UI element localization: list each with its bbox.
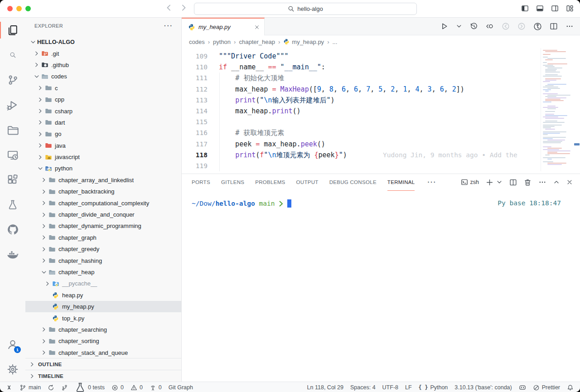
activity-item-explorer[interactable] bbox=[0, 18, 25, 43]
zoom-window-button[interactable] bbox=[25, 6, 31, 11]
tree-item-my-heap-py[interactable]: my_heap.py bbox=[25, 301, 181, 312]
prev-change-icon[interactable] bbox=[502, 22, 510, 30]
code-editor[interactable]: 109"""Driver Code"""110if __name__ == "_… bbox=[182, 48, 580, 174]
close-icon[interactable] bbox=[566, 179, 573, 185]
tree-item-chapter-searching[interactable]: chapter_searching bbox=[25, 324, 181, 335]
tree-item-heap-py[interactable]: heap.py bbox=[25, 290, 181, 301]
section-timeline[interactable]: TIMELINE bbox=[25, 370, 181, 382]
chevron-up-icon[interactable] bbox=[553, 179, 560, 185]
status-tests[interactable]: 0 tests bbox=[75, 382, 105, 392]
breadcrumb-item[interactable]: codes bbox=[189, 39, 205, 45]
run-icon[interactable] bbox=[440, 22, 448, 30]
tree-item-chapter-array-and-linkedlist[interactable]: chapter_array_and_linkedlist bbox=[25, 174, 181, 186]
tree-item-csharp[interactable]: csharp bbox=[25, 105, 181, 116]
close-window-button[interactable] bbox=[7, 6, 13, 11]
activity-item-testing[interactable] bbox=[0, 192, 25, 217]
tree-item-chapter-stack-and-queue[interactable]: chapter_stack_and_queue bbox=[25, 347, 181, 358]
activity-item-folders[interactable] bbox=[0, 117, 25, 142]
panel-tab-ports[interactable]: PORTS bbox=[192, 174, 210, 191]
next-change-icon[interactable] bbox=[517, 22, 526, 30]
plus-icon[interactable] bbox=[486, 179, 493, 186]
status-notifications[interactable] bbox=[567, 384, 574, 391]
activity-item-remote-explorer[interactable] bbox=[0, 142, 25, 167]
status-branch[interactable]: main bbox=[19, 384, 41, 391]
status-feedback[interactable]: 0 bbox=[150, 384, 162, 391]
gitlens-graph-icon[interactable] bbox=[533, 22, 542, 31]
tree-item-top-k-py[interactable]: top_k.py bbox=[25, 312, 181, 324]
tree-item--git[interactable]: .git bbox=[25, 48, 181, 59]
command-center-search[interactable]: hello-algo bbox=[194, 3, 417, 15]
tree-item-codes[interactable]: codes bbox=[25, 71, 181, 82]
back-arrow-icon[interactable] bbox=[164, 3, 173, 12]
minimap[interactable] bbox=[541, 48, 574, 171]
breadcrumb-item[interactable]: ... bbox=[332, 39, 337, 45]
layout-sidebar-right-icon[interactable] bbox=[551, 5, 559, 12]
tree-item-chapter-greedy[interactable]: chapter_greedy bbox=[25, 243, 181, 255]
breadcrumb-item[interactable]: python bbox=[213, 39, 231, 45]
activity-item-source-control[interactable] bbox=[0, 68, 25, 92]
terminal[interactable]: ~/Dow/hello-algo main Py base 18:18:47 bbox=[182, 190, 580, 382]
status-remote-indicator[interactable] bbox=[5, 384, 13, 391]
tree-item-dart[interactable]: dart bbox=[25, 117, 181, 128]
status-language-mode[interactable]: { }Python bbox=[419, 384, 448, 391]
activity-item-docker[interactable] bbox=[0, 242, 25, 267]
activity-item-settings[interactable] bbox=[0, 357, 25, 382]
layout-sidebar-left-icon[interactable] bbox=[521, 5, 529, 12]
layout-panel-icon[interactable] bbox=[536, 5, 544, 12]
status-git-graph[interactable]: Git Graph bbox=[169, 384, 193, 391]
more-icon[interactable] bbox=[538, 178, 546, 186]
section-outline[interactable]: OUTLINE bbox=[25, 358, 181, 370]
history-icon[interactable] bbox=[470, 22, 478, 30]
status-encoding[interactable]: UTF-8 bbox=[382, 384, 398, 391]
breadcrumb-item[interactable]: chapter_heap bbox=[239, 39, 275, 45]
tree-item-chapter-hashing[interactable]: chapter_hashing bbox=[25, 255, 181, 266]
tree-item-chapter-sorting[interactable]: chapter_sorting bbox=[25, 335, 181, 347]
status-indentation[interactable]: Spaces: 4 bbox=[350, 384, 376, 391]
chevron-down-icon[interactable] bbox=[456, 23, 462, 29]
panel-tab-terminal[interactable]: TERMINAL bbox=[387, 174, 415, 191]
tree-item--pycache-[interactable]: __pycache__ bbox=[25, 278, 181, 289]
tree-item-cpp[interactable]: cpp bbox=[25, 94, 181, 105]
open-changes-icon[interactable] bbox=[486, 22, 494, 30]
tab-my-heap[interactable]: my_heap.py bbox=[182, 18, 265, 35]
tree-item-chapter-graph[interactable]: chapter_graph bbox=[25, 232, 181, 243]
tree-item-chapter-divide-and-conquer[interactable]: chapter_divide_and_conquer bbox=[25, 209, 181, 220]
breadcrumb-item[interactable]: my_heap.py bbox=[283, 39, 324, 45]
trash-icon[interactable] bbox=[524, 179, 532, 186]
split-icon[interactable] bbox=[509, 179, 517, 186]
panel-tab-debug-console[interactable]: DEBUG CONSOLE bbox=[329, 174, 377, 191]
activity-item-extensions[interactable] bbox=[0, 167, 25, 192]
activity-item-accounts[interactable]: 1 bbox=[0, 332, 25, 357]
panel-tab-gitlens[interactable]: GITLENS bbox=[221, 174, 244, 191]
terminal-instance-zsh[interactable]: zsh bbox=[461, 179, 479, 186]
chevron-down-icon[interactable] bbox=[496, 179, 503, 185]
tree-item-hello-algo[interactable]: HELLO-ALGO bbox=[25, 36, 181, 48]
status-eol[interactable]: LF bbox=[405, 384, 412, 391]
status-python-interpreter[interactable]: 3.10.13 ('base': conda) bbox=[454, 384, 512, 391]
split-editor-icon[interactable] bbox=[550, 22, 558, 30]
tree-item-go[interactable]: go bbox=[25, 128, 181, 140]
minimize-window-button[interactable] bbox=[16, 6, 22, 11]
more-icon[interactable] bbox=[566, 22, 574, 30]
status-checkout-branch[interactable] bbox=[61, 384, 68, 391]
status-errors[interactable]: 0 bbox=[111, 384, 124, 391]
tree-item-chapter-heap[interactable]: chapter_heap bbox=[25, 266, 181, 278]
tree-item-chapter-computational-complexity[interactable]: chapter_computational_complexity bbox=[25, 197, 181, 208]
tree-item-javascript[interactable]: JSjavascript bbox=[25, 151, 181, 163]
tree-item-java[interactable]: java bbox=[25, 140, 181, 151]
forward-arrow-icon[interactable] bbox=[179, 3, 188, 12]
layout-customize-icon[interactable] bbox=[566, 5, 574, 12]
tree-item-python[interactable]: python bbox=[25, 163, 181, 174]
panel-tab-output[interactable]: OUTPUT bbox=[296, 174, 319, 191]
tree-item-chapter-dynamic-programming[interactable]: chapter_dynamic_programming bbox=[25, 220, 181, 232]
tree-item--github[interactable]: .github bbox=[25, 59, 181, 71]
tree-item-chapter-backtracking[interactable]: chapter_backtracking bbox=[25, 186, 181, 197]
status-cursor-position[interactable]: Ln 118, Col 29 bbox=[307, 384, 343, 391]
status-copilot[interactable] bbox=[519, 384, 526, 391]
tree-item-c[interactable]: c bbox=[25, 82, 181, 94]
status-prettier[interactable]: Prettier bbox=[533, 384, 560, 391]
close-tab-icon[interactable] bbox=[254, 24, 260, 30]
activity-item-github[interactable] bbox=[0, 217, 25, 242]
status-sync[interactable] bbox=[48, 384, 54, 391]
activity-item-search[interactable] bbox=[0, 43, 25, 68]
